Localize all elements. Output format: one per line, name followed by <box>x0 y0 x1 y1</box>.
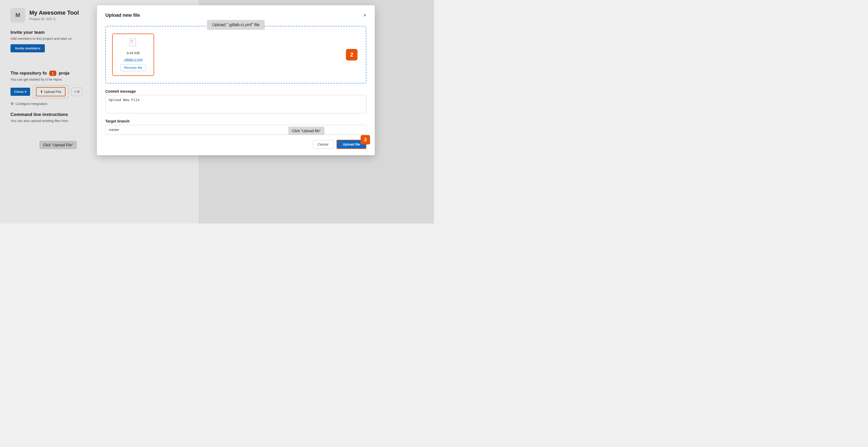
close-button[interactable]: × <box>363 12 366 18</box>
cancel-button[interactable]: Cancel <box>313 140 333 149</box>
upload-modal: Upload new file × Upload ".gitlab-ci.yml… <box>97 5 375 155</box>
commit-message-input[interactable] <box>105 95 366 113</box>
file-size: 9.44 KiB <box>127 51 140 55</box>
step3-badge: 3 <box>361 135 370 144</box>
target-branch-group: Target branch <box>105 119 366 135</box>
modal-title: Upload new file <box>105 12 140 18</box>
svg-rect-2 <box>130 42 133 43</box>
branch-label: Target branch <box>105 119 366 123</box>
upload-button-wrapper: 3 Upload file <box>337 140 366 149</box>
remove-file-button[interactable]: Remove file <box>120 64 146 71</box>
file-name: .gitlab-ci.yml <box>124 58 143 62</box>
file-icon <box>129 38 137 48</box>
branch-input[interactable] <box>105 125 366 135</box>
file-card: 9.44 KiB .gitlab-ci.yml Remove file <box>112 34 154 76</box>
modal-header: Upload new file × <box>105 12 366 18</box>
tooltip-upload-file: Click "Upload file" <box>288 127 324 135</box>
commit-label: Commit message <box>105 89 366 94</box>
drop-zone[interactable]: 9.44 KiB .gitlab-ci.yml Remove file 2 <box>105 26 366 83</box>
commit-message-group: Commit message <box>105 89 366 114</box>
step2-badge: 2 <box>346 49 358 61</box>
svg-rect-3 <box>130 43 134 44</box>
modal-footer: Click "Upload file" Cancel 3 Upload file <box>105 140 366 149</box>
upload-tooltip: Upload ".gitlab-ci.yml" file <box>207 20 265 30</box>
